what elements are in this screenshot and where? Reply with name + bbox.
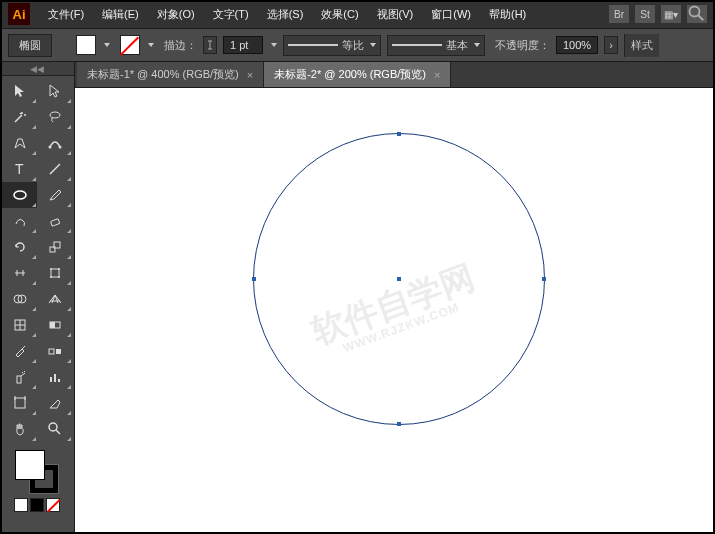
stroke-swatch[interactable] [120,35,140,55]
canvas[interactable]: 软件自学网 WWW.RJZKW.COM [75,88,715,534]
anchor-point-top[interactable] [397,132,401,136]
zoom-tool[interactable] [37,416,72,442]
stroke-link-icon[interactable] [203,36,217,54]
anchor-point-bottom[interactable] [397,422,401,426]
anchor-point-right[interactable] [542,277,546,281]
brush-definition-combo[interactable]: 基本 [387,35,485,56]
hand-tool[interactable] [2,416,37,442]
svg-rect-26 [50,377,52,382]
stroke-preview-line [288,44,338,46]
stroke-profile-label: 等比 [342,38,364,53]
menu-type[interactable]: 文字(T) [205,3,257,26]
perspective-grid-tool[interactable] [37,286,72,312]
gradient-tool[interactable] [37,312,72,338]
center-point [397,277,401,281]
svg-point-32 [49,423,57,431]
menu-view[interactable]: 视图(V) [369,3,422,26]
artboard-tool[interactable] [2,390,37,416]
opacity-label: 不透明度： [495,38,550,53]
free-transform-tool[interactable] [37,260,72,286]
svg-line-1 [698,15,703,20]
tools-panel: ◀◀ T [0,62,75,534]
column-graph-tool[interactable] [37,364,72,390]
svg-point-4 [58,146,61,149]
workspace-switcher-icon[interactable]: ▦▾ [661,5,681,23]
menu-object[interactable]: 对象(O) [149,3,203,26]
mesh-tool[interactable] [2,312,37,338]
bridge-icon[interactable]: Br [609,5,629,23]
svg-point-14 [50,276,52,278]
ellipse-tool[interactable] [2,182,37,208]
svg-line-33 [56,430,60,434]
menubar: Ai 文件(F) 编辑(E) 对象(O) 文字(T) 选择(S) 效果(C) 视… [0,0,715,28]
svg-line-6 [50,164,60,174]
app-logo: Ai [8,3,30,25]
document-tab-2[interactable]: 未标题-2* @ 200% (RGB/预览) × [264,62,451,87]
tab-close-icon[interactable]: × [434,69,440,81]
search-icon[interactable] [687,5,707,23]
svg-point-7 [14,191,26,199]
document-tabs: 未标题-1* @ 400% (RGB/预览) × 未标题-2* @ 200% (… [75,62,715,88]
menu-file[interactable]: 文件(F) [40,3,92,26]
eyedropper-tool[interactable] [2,338,37,364]
eraser-tool[interactable] [37,208,72,234]
type-tool[interactable]: T [2,156,37,182]
fill-color-swatch[interactable] [15,450,45,480]
symbol-sprayer-tool[interactable] [2,364,37,390]
slice-tool[interactable] [37,390,72,416]
shaper-tool[interactable] [2,208,37,234]
tab-close-icon[interactable]: × [247,69,253,81]
tab-label: 未标题-2* @ 200% (RGB/预览) [274,67,426,82]
svg-point-3 [48,146,51,149]
stroke-dropdown-icon[interactable] [148,43,154,47]
color-picker [0,444,74,522]
paintbrush-tool[interactable] [37,182,72,208]
scale-tool[interactable] [37,234,72,260]
svg-rect-23 [49,349,54,354]
svg-point-0 [690,7,700,17]
menu-window[interactable]: 窗口(W) [423,3,479,26]
ellipse-shape[interactable] [253,133,545,425]
shape-builder-tool[interactable] [2,286,37,312]
fill-swatch[interactable] [76,35,96,55]
menu-help[interactable]: 帮助(H) [481,3,534,26]
svg-text:T: T [15,161,24,177]
menu-effect[interactable]: 效果(C) [313,3,366,26]
direct-selection-tool[interactable] [37,78,72,104]
svg-rect-22 [50,322,55,328]
stroke-weight-input[interactable] [223,36,263,54]
line-tool[interactable] [37,156,72,182]
svg-rect-24 [56,349,61,354]
fill-dropdown-icon[interactable] [104,43,110,47]
pen-tool[interactable] [2,130,37,156]
panel-collapse-icon[interactable]: ◀◀ [0,62,74,76]
control-bar: 椭圆 描边： 等比 基本 不透明度： › 样式 [0,28,715,62]
stock-icon[interactable]: St [635,5,655,23]
current-tool-label: 椭圆 [8,34,52,57]
magic-wand-tool[interactable] [2,104,37,130]
width-tool[interactable] [2,260,37,286]
color-mode-none[interactable] [46,498,60,512]
opacity-input[interactable] [556,36,598,54]
svg-rect-11 [51,269,59,277]
selection-tool[interactable] [2,78,37,104]
lasso-tool[interactable] [37,104,72,130]
tab-label: 未标题-1* @ 400% (RGB/预览) [87,67,239,82]
svg-point-15 [58,276,60,278]
stroke-label: 描边： [164,38,197,53]
menu-edit[interactable]: 编辑(E) [94,3,147,26]
stroke-weight-dropdown-icon[interactable] [271,43,277,47]
anchor-point-left[interactable] [252,277,256,281]
menu-select[interactable]: 选择(S) [259,3,312,26]
style-dropdown[interactable]: 样式 [624,34,659,57]
color-mode-gradient[interactable] [30,498,44,512]
rotate-tool[interactable] [2,234,37,260]
color-mode-solid[interactable] [14,498,28,512]
opacity-more-icon[interactable]: › [604,36,618,54]
blend-tool[interactable] [37,338,72,364]
stroke-profile-combo[interactable]: 等比 [283,35,381,56]
brush-preview-line [392,44,442,46]
profile-dropdown-icon [370,43,376,47]
curvature-tool[interactable] [37,130,72,156]
document-tab-1[interactable]: 未标题-1* @ 400% (RGB/预览) × [77,62,264,87]
